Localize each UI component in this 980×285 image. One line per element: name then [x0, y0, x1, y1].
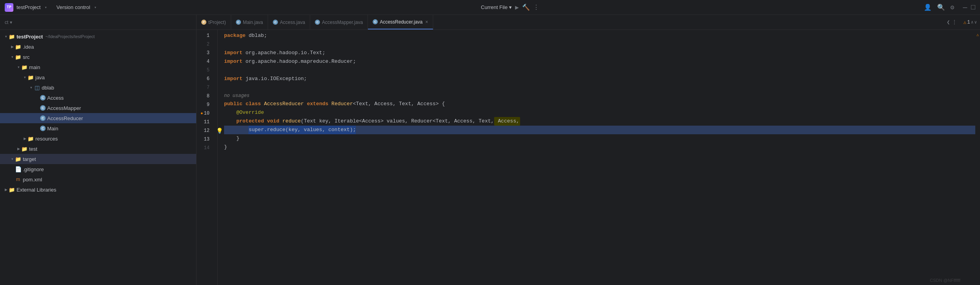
line-num-8: 8	[197, 92, 213, 100]
tree-item-access[interactable]: ▶ C Access	[0, 93, 196, 103]
search-icon[interactable]: 🔍	[937, 4, 945, 11]
tab-close-accessreducer[interactable]: ×	[425, 19, 428, 25]
token-highlighted-code: super.reduce(key, values, context);	[248, 126, 356, 134]
token-reduce-fn: reduce	[282, 117, 301, 126]
code-line-5	[224, 66, 975, 75]
token-classname: AccessReducer	[264, 100, 303, 108]
tree-item-dblab[interactable]: ▾ ◫ dblab	[0, 82, 196, 93]
tab-main-java[interactable]: C Main.java	[231, 15, 268, 29]
caret-up[interactable]: ∧	[971, 20, 974, 25]
token-space10a	[264, 117, 267, 126]
tree-label-accessmapper: AccessMapper	[47, 105, 81, 111]
editor-scrollbar[interactable]: ⚠	[975, 30, 980, 285]
sidebar-header: ct ▾	[0, 15, 196, 30]
tree-item-java[interactable]: ▾ 📁 java	[0, 72, 196, 82]
run-button[interactable]: ▶	[515, 4, 519, 11]
caret-down[interactable]: ∨	[974, 20, 977, 25]
folder-icon-idea: 📁	[15, 44, 21, 50]
token-space3	[304, 100, 307, 108]
token-indent10	[224, 117, 236, 126]
tree-label-test: test	[29, 146, 37, 152]
version-control-btn[interactable]: Version control	[56, 4, 90, 10]
folder-icon-test: 📁	[21, 146, 28, 152]
tab-label-project: tProject)	[208, 20, 226, 25]
tree-label-resources: resources	[35, 136, 58, 142]
current-file-button[interactable]: Current File ▾	[481, 4, 512, 10]
token-close-brace1: }	[224, 134, 239, 143]
tree-item-gitignore[interactable]: ▶ 📄 .gitignore	[0, 164, 196, 174]
code-editor[interactable]: package dblab; import org.apache.hadoop.…	[218, 30, 975, 285]
project-dropdown-icon[interactable]: ▾	[44, 5, 47, 10]
tab-access-java[interactable]: C Access.java	[268, 15, 310, 29]
sidebar: ct ▾ ▾ 📁 testProject ~/IdeaProjects/test…	[0, 15, 197, 285]
line-warn-icon: ●	[200, 109, 203, 118]
tree-item-accessmapper[interactable]: ▶ C AccessMapper	[0, 103, 196, 113]
project-name[interactable]: testProject	[17, 4, 40, 10]
token-class: class	[246, 100, 261, 108]
code-line-10: protected void reduce (Text key, Iterabl…	[224, 117, 975, 126]
tab-project[interactable]: P tProject)	[197, 15, 231, 29]
tree-item-src[interactable]: ▾ 📁 src	[0, 52, 196, 62]
tree-item-target[interactable]: ▾ 📁 target	[0, 154, 196, 164]
more-options-icon[interactable]: ⋮	[533, 4, 539, 11]
token-import2: org.apache.hadoop.mapreduce.Reducer;	[243, 57, 356, 66]
title-bar-left: TP testProject ▾ Version control ▾	[5, 3, 96, 12]
tab-accessreducer-java[interactable]: C AccessReducer.java ×	[368, 15, 433, 29]
code-line-2	[224, 40, 975, 49]
settings-icon[interactable]: ⚙	[951, 4, 954, 11]
expand-arrow-dblab: ▾	[28, 85, 34, 90]
code-line-9: @Override	[224, 108, 975, 117]
tree-item-test[interactable]: ▶ 📁 test	[0, 144, 196, 154]
token-access-hint: Access,	[494, 117, 520, 126]
expand-arrow-java: ▾	[22, 75, 28, 80]
line-num-12: 12	[197, 126, 213, 135]
folder-icon-main: 📁	[21, 64, 28, 70]
token-space10b	[279, 117, 282, 126]
token-keyword-import1: import	[224, 49, 243, 57]
tree-item-accessreducer[interactable]: ▶ C AccessReducer	[0, 113, 196, 123]
token-space2	[261, 100, 264, 108]
tree-label-idea: .idea	[23, 44, 34, 50]
folder-icon-java: 📁	[28, 74, 34, 80]
class-icon-main: C	[40, 126, 46, 131]
token-space4	[328, 100, 331, 108]
tree-label-testproject: testProject	[17, 34, 43, 40]
tree-item-resources[interactable]: ▶ 📁 resources	[0, 133, 196, 144]
line-num-6: 6	[197, 75, 213, 83]
token-public: public	[224, 100, 243, 108]
class-icon-accessreducer: C	[40, 115, 46, 121]
code-line-6: import java.io.IOException;	[224, 75, 975, 83]
title-bar: TP testProject ▾ Version control ▾ Curre…	[0, 0, 980, 15]
current-file-dropdown-icon: ▾	[509, 4, 512, 10]
minimize-button[interactable]: —	[963, 4, 967, 11]
tab-accessmapper-java[interactable]: C AccessMapper.java	[310, 15, 368, 29]
tree-label-extlibs: External Libraries	[17, 187, 56, 193]
token-params: (Text key, Iterable<Access> values, Redu…	[301, 117, 494, 126]
token-space1	[243, 100, 246, 108]
tree-item-main-class[interactable]: ▶ C Main	[0, 123, 196, 133]
tree-item-testproject[interactable]: ▾ 📁 testProject ~/IdeaProjects/testProje…	[0, 31, 196, 42]
debug-button[interactable]: 🔨	[522, 4, 530, 11]
tree-item-pomxml[interactable]: ▶ m pom.xml	[0, 174, 196, 185]
tree-label-main-class: Main	[47, 126, 58, 132]
file-tree: ▾ 📁 testProject ~/IdeaProjects/testProje…	[0, 30, 196, 285]
tab-more-button[interactable]: ⋮	[952, 19, 957, 26]
maximize-button[interactable]: □	[971, 4, 975, 11]
user-icon[interactable]: 👤	[924, 4, 932, 11]
token-keyword-import3: import	[224, 75, 243, 83]
tree-item-idea[interactable]: ▶ 📁 .idea	[0, 42, 196, 52]
code-line-1: package dblab;	[224, 31, 975, 40]
warning-icon: ⚠	[963, 19, 967, 26]
bulb-icon[interactable]: 💡	[218, 127, 223, 135]
title-bar-right: 👤 🔍 ⚙ — □	[924, 4, 975, 11]
code-line-11: 💡 super.reduce(key, values, context);	[224, 126, 975, 134]
tree-item-extlibs[interactable]: ▶ 📁 External Libraries	[0, 185, 196, 195]
token-protected: protected	[236, 117, 264, 126]
token-import3: java.io.IOException;	[243, 75, 307, 83]
expand-arrow-testproject: ▾	[3, 34, 9, 39]
tree-item-main-folder[interactable]: ▾ 📁 main	[0, 62, 196, 72]
tab-icon-accessreducer-java: C	[373, 19, 378, 24]
tab-list-button[interactable]: ❮	[947, 19, 950, 26]
tab-icon-main-java: C	[236, 20, 241, 25]
token-reducer: Reducer	[331, 100, 353, 108]
